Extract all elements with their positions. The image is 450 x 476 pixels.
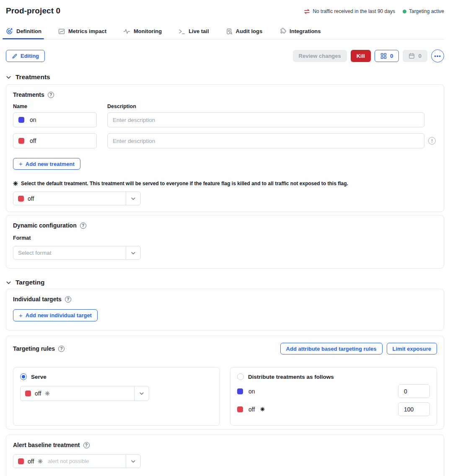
distribute-radio[interactable]	[237, 373, 244, 380]
tab-live-tail[interactable]: Live tail	[178, 28, 209, 39]
limit-exposure-button[interactable]: Limit exposure	[387, 343, 437, 354]
treatment-color-swatch	[237, 388, 243, 394]
serve-value: off	[35, 390, 41, 397]
rollout-count-button[interactable]: 0	[375, 50, 399, 62]
treatment-color-swatch	[18, 458, 24, 464]
distribution-percent-input[interactable]	[398, 384, 430, 398]
alert-baseline-value: off	[28, 458, 34, 465]
treatment-color-swatch	[18, 117, 24, 123]
rule-cards: Serve off	[13, 367, 437, 426]
tab-label: Metrics impact	[68, 28, 106, 34]
targeting-status-text: Targeting active	[409, 8, 444, 14]
chevron-down-icon	[126, 246, 140, 259]
treatments-panel: Treatments ? Name Description on off ! +…	[6, 84, 444, 212]
add-individual-target-button[interactable]: + Add new individual target	[13, 309, 98, 321]
targeting-rules-header: Targeting rules ? Add attribute based ta…	[13, 343, 437, 354]
treatments-panel-title: Treatments ?	[13, 91, 437, 98]
treatments-column-labels: Name Description	[13, 103, 437, 109]
default-asterisk-icon	[13, 181, 18, 186]
chevron-down-icon	[134, 386, 149, 401]
help-icon[interactable]: ?	[48, 92, 54, 98]
page-header: Prod-project 0 No traffic received in th…	[6, 0, 444, 16]
serve-radio-row: Serve	[20, 373, 213, 380]
distribution-name: on	[248, 388, 255, 395]
terminal-icon	[178, 28, 185, 34]
traffic-status-text: No traffic received in the last 90 days	[313, 8, 395, 14]
more-actions-button[interactable]: •••	[431, 49, 444, 62]
description-column-label: Description	[107, 103, 136, 109]
editing-button[interactable]: Editing	[6, 50, 45, 62]
format-label: Format	[13, 235, 437, 241]
schedule-count: 0	[418, 53, 422, 59]
warning-icon: !	[428, 137, 436, 145]
format-select[interactable]: Select format	[13, 246, 141, 260]
schedule-count-button[interactable]: 0	[403, 50, 427, 62]
tab-integrations[interactable]: Integrations	[279, 28, 321, 39]
tab-label: Definition	[16, 28, 41, 34]
format-placeholder: Select format	[18, 250, 52, 256]
help-icon[interactable]: ?	[83, 442, 90, 448]
toolbar-right: Review changes Kill 0	[293, 49, 444, 62]
targeting-section-heading[interactable]: Targeting	[6, 279, 444, 286]
distribution-percent-input[interactable]	[398, 402, 430, 416]
rules-buttons: Add attribute based targeting rules Limi…	[280, 343, 437, 354]
distribution-treatment: off	[237, 406, 265, 413]
tab-label: Audit logs	[236, 28, 263, 34]
status-group: No traffic received in the last 90 days …	[304, 8, 444, 14]
distribution-treatment: on	[237, 388, 255, 395]
tab-label: Monitoring	[134, 28, 162, 34]
tab-bar: Definition Metrics impact Monitoring	[6, 28, 444, 39]
panel-title-label: Alert baseline treatment	[13, 442, 80, 448]
default-treatment-select[interactable]: off	[13, 191, 141, 205]
puzzle-icon	[279, 28, 286, 35]
rollout-count: 0	[390, 53, 393, 59]
default-asterisk-icon	[260, 407, 265, 411]
distribute-label: Distribute treatments as follows	[248, 374, 334, 380]
swap-arrows-icon	[304, 9, 310, 14]
add-treatment-button[interactable]: + Add new treatment	[13, 158, 80, 170]
page-title: Prod-project 0	[6, 6, 60, 16]
tab-monitoring[interactable]: Monitoring	[123, 28, 162, 39]
alert-baseline-select[interactable]: off alert not possible	[13, 454, 141, 468]
page: Prod-project 0 No traffic received in th…	[0, 0, 450, 476]
treatment-color-swatch	[25, 391, 31, 396]
select-value: Select format	[13, 250, 126, 256]
plus-icon: +	[19, 312, 23, 319]
section-heading-label: Targeting	[16, 279, 44, 286]
targeting-status: Targeting active	[403, 8, 444, 14]
serve-treatment-select[interactable]: off	[20, 386, 149, 401]
treatment-description-input[interactable]	[107, 133, 424, 148]
kill-label: Kill	[357, 53, 365, 59]
chevron-down-icon	[126, 455, 140, 468]
treatment-row: on	[13, 112, 437, 127]
help-icon[interactable]: ?	[58, 346, 65, 352]
panel-title-label: Treatments	[13, 91, 44, 98]
review-changes-button[interactable]: Review changes	[293, 50, 347, 62]
treatment-name-input[interactable]: off	[13, 133, 97, 148]
tab-audit-logs[interactable]: Audit logs	[226, 28, 263, 39]
serve-radio[interactable]	[20, 373, 27, 380]
select-value: off alert not possible	[13, 458, 126, 465]
toolbar: Editing Review changes Kill 0	[6, 49, 444, 62]
treatment-name: on	[30, 116, 36, 123]
kill-button[interactable]: Kill	[351, 50, 371, 62]
tab-definition[interactable]: Definition	[6, 28, 41, 39]
plus-icon: +	[19, 160, 23, 167]
treatment-description-input[interactable]	[107, 112, 424, 127]
treatment-color-swatch	[18, 138, 24, 144]
help-icon[interactable]: ?	[80, 222, 86, 229]
alert-baseline-panel: Alert baseline treatment ? off alert not…	[6, 435, 444, 476]
alert-hint-text: alert not possible	[48, 458, 89, 464]
treatments-section-heading[interactable]: Treatments	[6, 73, 444, 81]
tab-label: Integrations	[290, 28, 321, 34]
chevron-down-icon	[126, 192, 140, 205]
green-status-dot	[403, 10, 406, 13]
panel-title-label: Dynamic configuration	[13, 222, 77, 229]
target-edit-icon	[6, 28, 13, 35]
treatment-name-input[interactable]: on	[13, 112, 97, 127]
add-target-label: Add new individual target	[26, 312, 92, 318]
help-icon[interactable]: ?	[65, 296, 71, 303]
add-attribute-rules-button[interactable]: Add attribute based targeting rules	[280, 343, 383, 354]
tab-metrics-impact[interactable]: Metrics impact	[58, 28, 106, 39]
distribution-name: off	[248, 406, 255, 413]
